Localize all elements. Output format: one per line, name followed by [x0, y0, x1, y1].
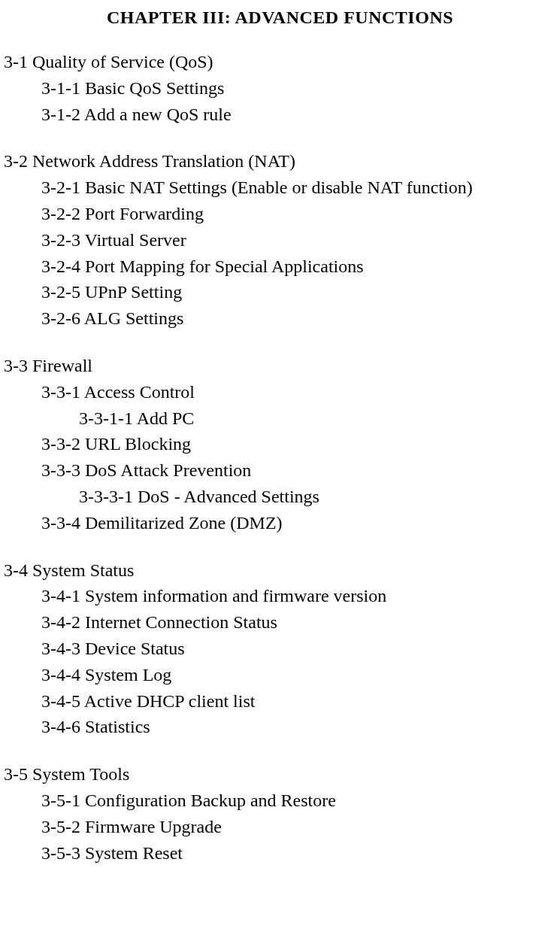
toc-container: 3-1 Quality of Service (QoS)3-1-1 Basic …	[4, 49, 556, 866]
toc-entry: 3-2-2 Port Forwarding	[41, 201, 556, 227]
toc-entry: 3-3-1-1 Add PC	[79, 405, 556, 432]
toc-section-heading: 3-1 Quality of Service (QoS)	[4, 49, 556, 75]
toc-section-heading: 3-3 Firewall	[4, 353, 556, 379]
toc-entry: 3-2-5 UPnP Setting	[41, 279, 556, 305]
toc-section-heading: 3-5 System Tools	[4, 761, 556, 788]
toc-entry: 3-5-2 Firmware Upgrade	[41, 814, 556, 840]
toc-section: 3-4 System Status3-4-1 System informatio…	[4, 557, 556, 741]
toc-entry: 3-2-4 Port Mapping for Special Applicati…	[41, 253, 556, 280]
toc-section-heading: 3-4 System Status	[4, 557, 556, 584]
toc-entry: 3-4-6 Statistics	[41, 714, 556, 740]
toc-entry: 3-4-5 Active DHCP client list	[41, 688, 556, 715]
toc-section: 3-3 Firewall3-3-1 Access Control3-3-1-1 …	[4, 353, 556, 536]
toc-entry: 3-4-2 Internet Connection Status	[41, 609, 556, 636]
toc-section: 3-5 System Tools3-5-1 Configuration Back…	[4, 761, 556, 866]
toc-entry: 3-1-2 Add a new QoS rule	[41, 102, 556, 128]
toc-entry: 3-1-1 Basic QoS Settings	[41, 75, 556, 102]
toc-entry: 3-5-3 System Reset	[41, 840, 556, 867]
toc-entry: 3-3-1 Access Control	[41, 379, 556, 405]
toc-entry: 3-2-3 Virtual Server	[41, 227, 556, 253]
toc-entry: 3-4-4 System Log	[41, 662, 556, 688]
toc-entry: 3-2-1 Basic NAT Settings (Enable or disa…	[41, 175, 556, 201]
toc-entry: 3-3-2 URL Blocking	[41, 431, 556, 457]
toc-entry: 3-5-1 Configuration Backup and Restore	[41, 788, 556, 814]
toc-section: 3-1 Quality of Service (QoS)3-1-1 Basic …	[4, 49, 556, 127]
toc-entry: 3-3-4 Demilitarized Zone (DMZ)	[41, 510, 556, 536]
toc-entry: 3-3-3 DoS Attack Prevention	[41, 457, 556, 484]
toc-section: 3-2 Network Address Translation (NAT)3-2…	[4, 148, 556, 332]
chapter-title: CHAPTER III: ADVANCED FUNCTIONS	[4, 8, 556, 28]
toc-section-heading: 3-2 Network Address Translation (NAT)	[4, 148, 556, 175]
toc-entry: 3-2-6 ALG Settings	[41, 305, 556, 332]
toc-entry: 3-4-3 Device Status	[41, 636, 556, 662]
toc-entry: 3-4-1 System information and firmware ve…	[41, 583, 556, 609]
toc-entry: 3-3-3-1 DoS - Advanced Settings	[79, 484, 556, 510]
